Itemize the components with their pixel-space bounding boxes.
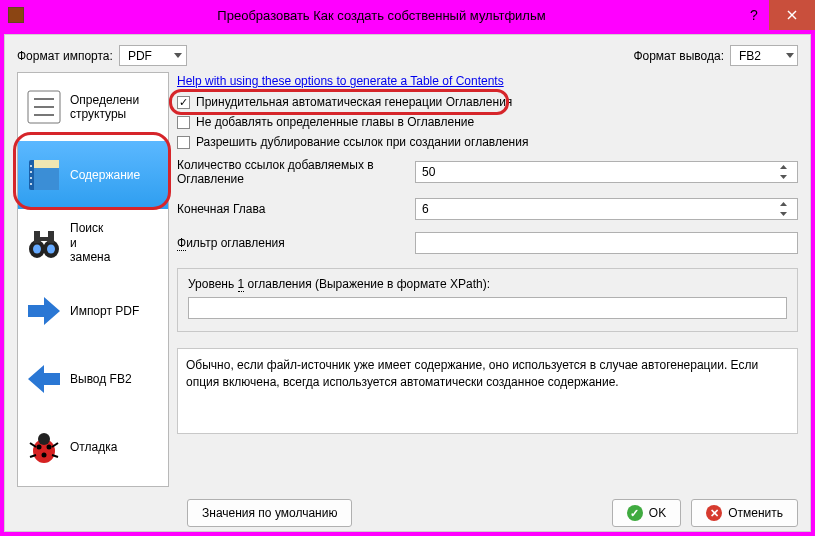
contents-icon	[22, 153, 66, 197]
sidebar-item-search-replace[interactable]: Поиск и замена	[18, 209, 168, 277]
sidebar-item-label: Отладка	[70, 440, 117, 454]
svg-marker-34	[780, 175, 787, 179]
svg-point-25	[38, 433, 50, 445]
row-filter: Фильтр оглавления	[177, 232, 798, 254]
svg-marker-23	[28, 365, 60, 393]
svg-rect-20	[48, 231, 54, 243]
import-format-value: PDF	[120, 49, 170, 63]
end-chapter-label: Конечная Глава	[177, 202, 407, 216]
checkbox-label: Не добавлять определенные главы в Оглавл…	[196, 115, 474, 129]
defaults-button[interactable]: Значения по умолчанию	[187, 499, 352, 527]
filter-label: Фильтр оглавления	[177, 236, 407, 250]
sidebar-item-label: Определени​структуры	[70, 93, 164, 122]
option-no-chapters: Не добавлять определенные главы в Оглавл…	[177, 115, 798, 129]
cancel-icon: ✕	[706, 505, 722, 521]
footer: Значения по умолчанию ✓ OK ✕ Отменить	[5, 491, 810, 533]
xpath-group: Уровень 1 оглавления (Выражение в формат…	[177, 268, 798, 332]
svg-marker-35	[780, 202, 787, 206]
xpath-group-label: Уровень 1 оглавления (Выражение в формат…	[188, 277, 787, 291]
svg-point-12	[30, 171, 32, 173]
svg-point-13	[30, 177, 32, 179]
filter-input[interactable]	[415, 232, 798, 254]
arrow-right-icon	[22, 289, 66, 333]
chevron-down-icon	[775, 172, 791, 182]
format-bar: Формат импорта: PDF Формат вывода: FB2	[5, 35, 810, 72]
svg-marker-33	[780, 165, 787, 169]
help-link[interactable]: Help with using these options to generat…	[177, 72, 798, 92]
help-button[interactable]: ?	[739, 0, 769, 30]
sidebar-item-debug[interactable]: Отладка	[18, 413, 168, 481]
spinner[interactable]	[775, 199, 791, 219]
end-chapter-value: 6	[422, 202, 429, 216]
links-count-label: Количество ссылок добавляемых в Оглавлен…	[177, 158, 407, 186]
checkbox-allow-dup[interactable]	[177, 136, 190, 149]
sidebar-item-contents[interactable]: Содержание	[18, 141, 168, 209]
cancel-button[interactable]: ✕ Отменить	[691, 499, 798, 527]
row-end-chapter: Конечная Глава 6	[177, 198, 798, 220]
svg-point-18	[47, 245, 55, 254]
sidebar-item-label: Вывод FB2	[70, 372, 132, 386]
import-format-combo[interactable]: PDF	[119, 45, 187, 66]
chevron-down-icon	[170, 46, 186, 65]
checkbox-label: Разрешить дублирование ссылок при создан…	[196, 135, 528, 149]
app-icon	[8, 7, 24, 23]
checkbox-force-auto-toc[interactable]	[177, 96, 190, 109]
main-panel: Help with using these options to generat…	[177, 72, 798, 487]
defaults-label: Значения по умолчанию	[202, 506, 337, 520]
output-format-combo[interactable]: FB2	[730, 45, 798, 66]
links-count-value: 50	[422, 165, 435, 179]
close-button[interactable]	[769, 0, 815, 30]
description-box: Обычно, если файл-источник уже имеет сод…	[177, 348, 798, 434]
dialog-body: Формат импорта: PDF Формат вывода: FB2	[4, 34, 811, 532]
svg-rect-21	[40, 237, 48, 241]
svg-point-27	[47, 445, 52, 450]
window-title: Преобразовать Как создать собственный му…	[24, 8, 739, 23]
check-icon: ✓	[627, 505, 643, 521]
svg-rect-19	[34, 231, 40, 243]
links-count-input[interactable]: 50	[415, 161, 798, 183]
output-format-value: FB2	[731, 49, 781, 63]
svg-point-28	[42, 453, 47, 458]
sidebar-wrap: Определени​структуры Содержание Поиск и …	[17, 72, 169, 487]
row-links-count: Количество ссылок добавляемых в Оглавлен…	[177, 158, 798, 186]
close-icon	[787, 10, 797, 20]
sidebar-item-output-fb2[interactable]: Вывод FB2	[18, 345, 168, 413]
dialog-window: Преобразовать Как создать собственный му…	[0, 0, 815, 536]
chevron-up-icon	[775, 162, 791, 172]
sidebar-item-label: Импорт PDF	[70, 304, 139, 318]
titlebar: Преобразовать Как создать собственный му…	[0, 0, 815, 30]
svg-marker-36	[780, 212, 787, 216]
checkbox-no-chapters[interactable]	[177, 116, 190, 129]
chevron-down-icon	[781, 46, 797, 65]
sidebar: Определени​структуры Содержание Поиск и …	[17, 72, 169, 487]
structure-icon	[22, 85, 66, 129]
ok-button[interactable]: ✓ OK	[612, 499, 681, 527]
ok-label: OK	[649, 506, 666, 520]
chevron-down-icon	[775, 209, 791, 219]
svg-marker-2	[174, 53, 182, 58]
bug-icon	[22, 425, 66, 469]
sidebar-item-label: Содержание	[70, 168, 140, 182]
spinner[interactable]	[775, 162, 791, 182]
sidebar-item-import-pdf[interactable]: Импорт PDF	[18, 277, 168, 345]
import-format-label: Формат импорта:	[17, 49, 113, 63]
checkbox-label: Принудительная автоматическая генерации …	[196, 95, 512, 109]
svg-marker-3	[786, 53, 794, 58]
sidebar-item-structure[interactable]: Определени​структуры	[18, 73, 168, 141]
svg-point-26	[37, 445, 42, 450]
svg-point-11	[30, 165, 32, 167]
xpath-level1-input[interactable]	[188, 297, 787, 319]
binoculars-icon	[22, 221, 66, 265]
svg-rect-10	[34, 160, 59, 168]
svg-point-17	[33, 245, 41, 254]
svg-marker-22	[28, 297, 60, 325]
chevron-up-icon	[775, 199, 791, 209]
arrow-left-icon	[22, 357, 66, 401]
svg-point-14	[30, 183, 32, 185]
option-allow-dup: Разрешить дублирование ссылок при создан…	[177, 135, 798, 149]
end-chapter-input[interactable]: 6	[415, 198, 798, 220]
output-format-label: Формат вывода:	[633, 49, 724, 63]
sidebar-item-label: Поиск и замена	[70, 221, 110, 264]
cancel-label: Отменить	[728, 506, 783, 520]
option-force-auto-toc: Принудительная автоматическая генерации …	[177, 95, 798, 109]
